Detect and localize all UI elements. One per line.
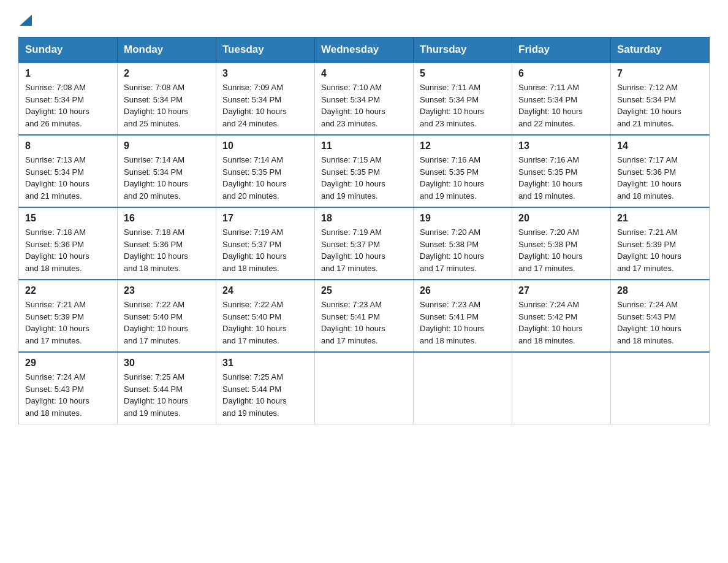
day-number: 14 [617,140,703,151]
day-info: Sunrise: 7:14 AMSunset: 5:34 PMDaylight:… [124,155,188,201]
day-info: Sunrise: 7:24 AMSunset: 5:42 PMDaylight:… [518,300,583,345]
day-number: 10 [222,140,308,151]
day-info: Sunrise: 7:08 AMSunset: 5:34 PMDaylight:… [124,83,188,128]
header-tuesday: Tuesday [216,37,315,63]
header-friday: Friday [512,37,611,63]
day-info: Sunrise: 7:22 AMSunset: 5:40 PMDaylight:… [124,300,188,345]
calendar-cell [414,352,512,424]
week-row-1: 1Sunrise: 7:08 AMSunset: 5:34 PMDaylight… [19,63,710,135]
day-info: Sunrise: 7:17 AMSunset: 5:36 PMDaylight:… [617,155,681,201]
calendar-cell: 18Sunrise: 7:19 AMSunset: 5:37 PMDayligh… [315,207,414,280]
week-row-3: 15Sunrise: 7:18 AMSunset: 5:36 PMDayligh… [19,207,710,280]
day-info: Sunrise: 7:18 AMSunset: 5:36 PMDaylight:… [124,228,188,273]
day-info: Sunrise: 7:08 AMSunset: 5:34 PMDaylight:… [25,83,89,128]
calendar-body: 1Sunrise: 7:08 AMSunset: 5:34 PMDaylight… [19,63,710,424]
day-number: 21 [617,213,703,224]
day-number: 16 [124,213,210,224]
calendar-cell: 9Sunrise: 7:14 AMSunset: 5:34 PMDaylight… [118,135,216,207]
day-number: 28 [617,285,703,296]
day-number: 5 [420,68,506,79]
calendar-cell: 5Sunrise: 7:11 AMSunset: 5:34 PMDaylight… [414,63,512,135]
calendar-cell: 22Sunrise: 7:21 AMSunset: 5:39 PMDayligh… [19,280,118,352]
header-sunday: Sunday [19,37,118,63]
day-info: Sunrise: 7:23 AMSunset: 5:41 PMDaylight:… [321,300,385,345]
day-info: Sunrise: 7:24 AMSunset: 5:43 PMDaylight:… [25,372,89,418]
calendar-table: SundayMondayTuesdayWednesdayThursdayFrid… [18,37,710,424]
day-info: Sunrise: 7:09 AMSunset: 5:34 PMDaylight:… [222,83,287,128]
calendar-cell: 27Sunrise: 7:24 AMSunset: 5:42 PMDayligh… [512,280,611,352]
day-info: Sunrise: 7:20 AMSunset: 5:38 PMDaylight:… [518,228,583,273]
day-info: Sunrise: 7:25 AMSunset: 5:44 PMDaylight:… [222,372,287,418]
day-number: 19 [420,213,506,224]
day-number: 4 [321,68,407,79]
calendar-cell: 24Sunrise: 7:22 AMSunset: 5:40 PMDayligh… [216,280,315,352]
day-info: Sunrise: 7:22 AMSunset: 5:40 PMDaylight:… [222,300,287,345]
week-row-5: 29Sunrise: 7:24 AMSunset: 5:43 PMDayligh… [19,352,710,424]
calendar-cell: 20Sunrise: 7:20 AMSunset: 5:38 PMDayligh… [512,207,611,280]
day-info: Sunrise: 7:25 AMSunset: 5:44 PMDaylight:… [124,372,188,418]
day-number: 2 [124,68,210,79]
week-row-2: 8Sunrise: 7:13 AMSunset: 5:34 PMDaylight… [19,135,710,207]
calendar-cell: 26Sunrise: 7:23 AMSunset: 5:41 PMDayligh… [414,280,512,352]
calendar-cell: 3Sunrise: 7:09 AMSunset: 5:34 PMDaylight… [216,63,315,135]
calendar-cell: 23Sunrise: 7:22 AMSunset: 5:40 PMDayligh… [118,280,216,352]
day-info: Sunrise: 7:19 AMSunset: 5:37 PMDaylight:… [321,228,385,273]
calendar-cell: 7Sunrise: 7:12 AMSunset: 5:34 PMDaylight… [611,63,710,135]
day-number: 18 [321,213,407,224]
day-number: 24 [222,285,308,296]
calendar-cell: 12Sunrise: 7:16 AMSunset: 5:35 PMDayligh… [414,135,512,207]
calendar-cell [611,352,710,424]
day-info: Sunrise: 7:21 AMSunset: 5:39 PMDaylight:… [25,300,89,345]
calendar-cell: 8Sunrise: 7:13 AMSunset: 5:34 PMDaylight… [19,135,118,207]
day-number: 1 [25,68,111,79]
day-number: 6 [518,68,604,79]
day-number: 20 [518,213,604,224]
day-number: 12 [420,140,506,151]
day-number: 29 [25,358,111,369]
day-number: 7 [617,68,703,79]
calendar-cell: 29Sunrise: 7:24 AMSunset: 5:43 PMDayligh… [19,352,118,424]
week-row-4: 22Sunrise: 7:21 AMSunset: 5:39 PMDayligh… [19,280,710,352]
day-number: 3 [222,68,308,79]
calendar-cell: 28Sunrise: 7:24 AMSunset: 5:43 PMDayligh… [611,280,710,352]
header-thursday: Thursday [414,37,512,63]
header-monday: Monday [118,37,216,63]
calendar-cell: 11Sunrise: 7:15 AMSunset: 5:35 PMDayligh… [315,135,414,207]
day-info: Sunrise: 7:16 AMSunset: 5:35 PMDaylight:… [420,155,484,201]
day-info: Sunrise: 7:15 AMSunset: 5:35 PMDaylight:… [321,155,385,201]
day-info: Sunrise: 7:12 AMSunset: 5:34 PMDaylight:… [617,83,681,128]
calendar-cell: 21Sunrise: 7:21 AMSunset: 5:39 PMDayligh… [611,207,710,280]
day-number: 30 [124,358,210,369]
calendar-cell: 10Sunrise: 7:14 AMSunset: 5:35 PMDayligh… [216,135,315,207]
day-info: Sunrise: 7:23 AMSunset: 5:41 PMDaylight:… [420,300,484,345]
calendar-cell [315,352,414,424]
day-info: Sunrise: 7:16 AMSunset: 5:35 PMDaylight:… [518,155,583,201]
day-number: 11 [321,140,407,151]
calendar-header: SundayMondayTuesdayWednesdayThursdayFrid… [19,37,710,63]
calendar-cell: 19Sunrise: 7:20 AMSunset: 5:38 PMDayligh… [414,207,512,280]
day-info: Sunrise: 7:19 AMSunset: 5:37 PMDaylight:… [222,228,287,273]
header-wednesday: Wednesday [315,37,414,63]
day-number: 17 [222,213,308,224]
calendar-cell: 31Sunrise: 7:25 AMSunset: 5:44 PMDayligh… [216,352,315,424]
calendar-cell: 6Sunrise: 7:11 AMSunset: 5:34 PMDaylight… [512,63,611,135]
day-info: Sunrise: 7:11 AMSunset: 5:34 PMDaylight:… [420,83,484,128]
day-info: Sunrise: 7:24 AMSunset: 5:43 PMDaylight:… [617,300,681,345]
calendar-cell: 2Sunrise: 7:08 AMSunset: 5:34 PMDaylight… [118,63,216,135]
day-info: Sunrise: 7:11 AMSunset: 5:34 PMDaylight:… [518,83,583,128]
day-number: 15 [25,213,111,224]
calendar-cell: 17Sunrise: 7:19 AMSunset: 5:37 PMDayligh… [216,207,315,280]
day-info: Sunrise: 7:10 AMSunset: 5:34 PMDaylight:… [321,83,385,128]
day-number: 26 [420,285,506,296]
calendar-cell: 4Sunrise: 7:10 AMSunset: 5:34 PMDaylight… [315,63,414,135]
day-info: Sunrise: 7:21 AMSunset: 5:39 PMDaylight:… [617,228,681,273]
logo [18,12,32,26]
calendar-cell: 25Sunrise: 7:23 AMSunset: 5:41 PMDayligh… [315,280,414,352]
header-saturday: Saturday [611,37,710,63]
calendar-cell: 13Sunrise: 7:16 AMSunset: 5:35 PMDayligh… [512,135,611,207]
day-info: Sunrise: 7:20 AMSunset: 5:38 PMDaylight:… [420,228,484,273]
day-number: 25 [321,285,407,296]
day-info: Sunrise: 7:18 AMSunset: 5:36 PMDaylight:… [25,228,89,273]
calendar-cell: 15Sunrise: 7:18 AMSunset: 5:36 PMDayligh… [19,207,118,280]
calendar-cell [512,352,611,424]
